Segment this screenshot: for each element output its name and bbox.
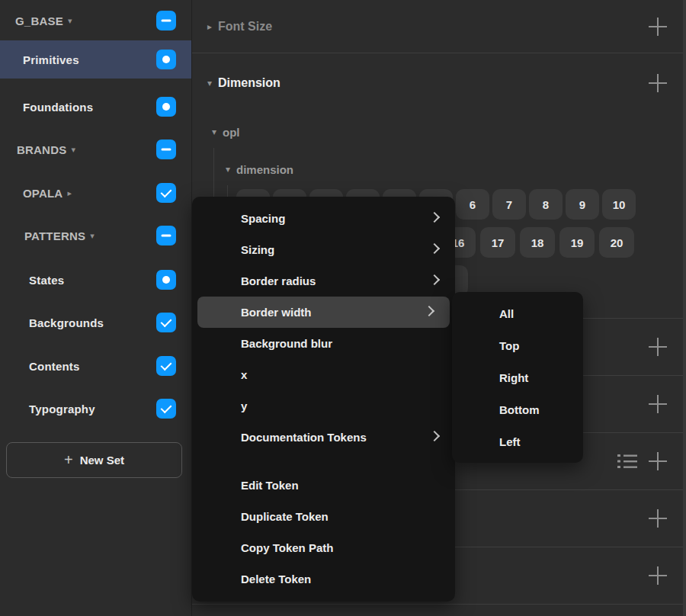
- menu-separator: [192, 453, 455, 470]
- chevron-right-icon: [429, 242, 440, 253]
- token-chip[interactable]: 9: [566, 189, 599, 220]
- token-sets-sidebar: G_BASE Primitives Foundations BRANDS OPA…: [0, 0, 192, 616]
- sidebar-item-patterns[interactable]: PATTERNS: [0, 217, 192, 255]
- set-label: Primitives: [0, 53, 79, 66]
- menu-item-label: Copy Token Path: [241, 541, 333, 554]
- set-checkbox[interactable]: [156, 356, 176, 376]
- tokens-plugin-window: G_BASE Primitives Foundations BRANDS OPA…: [0, 0, 686, 616]
- menu-item-border-width[interactable]: Border width: [197, 297, 450, 328]
- menu-item-label: Duplicate Token: [241, 510, 329, 523]
- set-label: PATTERNS: [0, 229, 85, 242]
- caret-icon: [203, 79, 216, 88]
- add-token-button[interactable]: [648, 509, 668, 528]
- sidebar-item-foundations[interactable]: Foundations: [0, 88, 192, 126]
- caret-icon: [207, 127, 221, 136]
- set-checkbox[interactable]: [156, 270, 176, 290]
- set-checkbox[interactable]: [156, 97, 176, 117]
- section-header-font-size[interactable]: Font Size: [192, 0, 686, 53]
- menu-item-label: Border radius: [241, 274, 316, 287]
- menu-item-border-radius[interactable]: Border radius: [192, 265, 455, 297]
- new-set-button[interactable]: + New Set: [6, 442, 182, 478]
- token-chip[interactable]: 6: [456, 189, 489, 220]
- add-token-button[interactable]: [648, 394, 668, 414]
- scrollbar-track[interactable]: [683, 0, 686, 616]
- submenu-item-right[interactable]: Right: [452, 361, 583, 393]
- set-checkbox[interactable]: [156, 140, 176, 159]
- menu-item-label: y: [241, 399, 247, 412]
- submenu-item-left[interactable]: Left: [452, 425, 583, 457]
- menu-item-y[interactable]: y: [192, 390, 455, 422]
- set-label: G_BASE: [0, 14, 63, 27]
- menu-item-spacing[interactable]: Spacing: [192, 203, 455, 234]
- menu-item-background-blur[interactable]: Background blur: [192, 328, 455, 359]
- set-label: BRANDS: [0, 143, 66, 156]
- add-token-button[interactable]: [648, 73, 668, 93]
- menu-item-documentation-tokens[interactable]: Documentation Tokens: [192, 422, 455, 453]
- border-width-submenu: All Top Right Bottom Left: [452, 292, 583, 463]
- menu-item-sizing[interactable]: Sizing: [192, 234, 455, 265]
- menu-item-label: Spacing: [241, 212, 285, 225]
- set-checkbox[interactable]: [156, 313, 176, 332]
- new-set-label: New Set: [80, 454, 124, 467]
- token-chip[interactable]: 20: [599, 227, 634, 258]
- set-checkbox[interactable]: [156, 183, 176, 203]
- sidebar-item-backgrounds[interactable]: Backgrounds: [0, 303, 192, 342]
- submenu-item-bottom[interactable]: Bottom: [452, 393, 583, 425]
- sidebar-item-contents[interactable]: Contents: [0, 347, 192, 385]
- menu-item-label: Edit Token: [241, 479, 299, 492]
- token-group-opl[interactable]: opl: [192, 117, 686, 147]
- add-token-button[interactable]: [648, 17, 668, 37]
- caret-icon: [221, 165, 235, 174]
- add-token-button[interactable]: [648, 337, 668, 357]
- sidebar-item-states[interactable]: States: [0, 261, 192, 299]
- set-label: Foundations: [0, 101, 93, 114]
- sidebar-item-brands[interactable]: BRANDS: [0, 130, 192, 168]
- menu-item-label: Documentation Tokens: [241, 431, 367, 444]
- set-checkbox[interactable]: [156, 50, 176, 69]
- set-label: Typography: [0, 403, 95, 415]
- sidebar-item-typography[interactable]: Typography: [0, 390, 192, 428]
- sidebar-item-opala[interactable]: OPALA: [0, 174, 192, 212]
- section-title: Dimension: [218, 76, 280, 90]
- section-divider: [192, 604, 686, 605]
- section-header-dimension[interactable]: Dimension: [192, 53, 686, 113]
- token-chip[interactable]: 18: [520, 227, 555, 258]
- menu-item-label: Sizing: [241, 243, 274, 256]
- chevron-right-icon: [424, 305, 434, 316]
- token-chip[interactable]: 8: [529, 189, 563, 220]
- token-chip[interactable]: 17: [480, 227, 515, 258]
- token-chip[interactable]: 19: [559, 227, 595, 258]
- chevron-right-icon: [429, 274, 440, 284]
- set-label: States: [0, 274, 64, 287]
- token-group-dimension[interactable]: dimension: [192, 154, 686, 184]
- submenu-item-all[interactable]: All: [452, 297, 583, 329]
- set-checkbox[interactable]: [156, 11, 176, 30]
- token-chip[interactable]: 7: [492, 189, 526, 220]
- token-context-menu: Spacing Sizing Border radius Border widt…: [192, 197, 455, 602]
- menu-item-duplicate-token[interactable]: Duplicate Token: [192, 501, 455, 532]
- chevron-right-icon: [429, 211, 440, 222]
- set-checkbox[interactable]: [156, 399, 176, 419]
- menu-item-label: Border width: [241, 306, 312, 319]
- token-group-label: opl: [223, 126, 240, 139]
- sidebar-item-g-base[interactable]: G_BASE: [0, 2, 192, 40]
- submenu-item-top[interactable]: Top: [452, 329, 583, 361]
- menu-item-x[interactable]: x: [192, 359, 455, 390]
- set-label: Contents: [0, 360, 80, 373]
- menu-item-label: Background blur: [241, 337, 332, 350]
- menu-item-delete-token[interactable]: Delete Token: [192, 563, 455, 595]
- add-token-button[interactable]: [648, 566, 668, 586]
- menu-item-label: x: [241, 368, 247, 381]
- list-view-icon[interactable]: [617, 454, 637, 469]
- token-chip[interactable]: 10: [602, 189, 636, 220]
- menu-item-edit-token[interactable]: Edit Token: [192, 470, 455, 501]
- caret-icon: [68, 17, 72, 25]
- set-checkbox[interactable]: [156, 226, 176, 245]
- menu-item-copy-token-path[interactable]: Copy Token Path: [192, 532, 455, 563]
- caret-icon: [71, 146, 75, 154]
- sidebar-item-primitives[interactable]: Primitives: [0, 40, 192, 79]
- add-token-button[interactable]: [648, 451, 668, 471]
- caret-icon: [90, 232, 95, 240]
- set-label: OPALA: [0, 187, 63, 200]
- caret-icon: [67, 189, 72, 197]
